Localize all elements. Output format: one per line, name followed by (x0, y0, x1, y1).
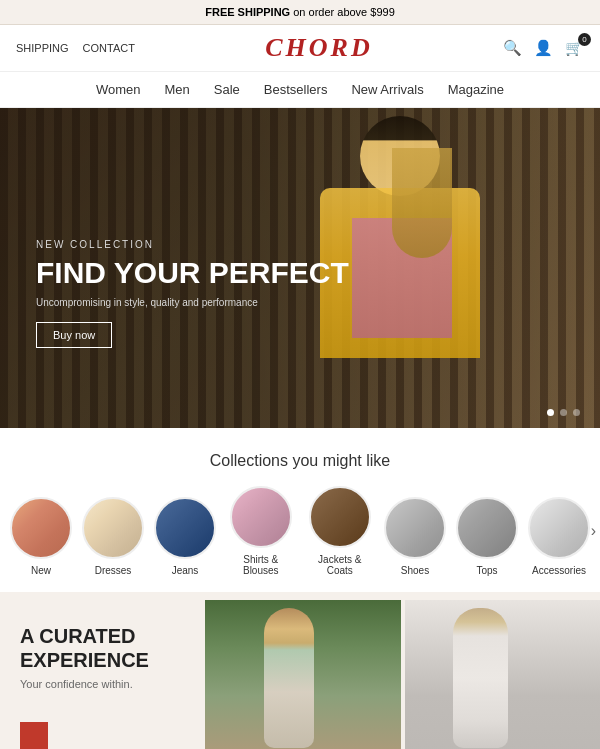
curated-bar: 20% (20, 722, 48, 749)
hero-content: NEW COLLECTION FIND YOUR PERFECT Uncompr… (36, 239, 349, 348)
curated-left: A CURATED EXPERIENCE Your confidence wit… (0, 600, 205, 749)
collection-circle-accessories (528, 497, 590, 559)
hero-cta-button[interactable]: Buy now (36, 322, 112, 348)
main-nav: Women Men Sale Bestsellers New Arrivals … (0, 72, 600, 108)
logo[interactable]: CHORD (265, 33, 372, 63)
collection-label-accessories: Accessories (532, 565, 586, 576)
nav-bestsellers[interactable]: Bestsellers (264, 82, 328, 97)
search-icon[interactable]: 🔍 (503, 39, 522, 57)
curated-description: Your confidence within. (20, 678, 185, 690)
collection-new[interactable]: New (10, 497, 72, 576)
cart-icon[interactable]: 🛒 0 (565, 39, 584, 57)
cart-badge: 0 (578, 33, 591, 46)
collection-jeans[interactable]: Jeans (154, 497, 216, 576)
nav-women[interactable]: Women (96, 82, 141, 97)
curated-bar-chart: 20% (20, 706, 80, 749)
curated-images (205, 600, 600, 749)
collection-dresses[interactable]: Dresses (82, 497, 144, 576)
banner-text: FREE SHIPPING on order above $999 (205, 6, 395, 18)
curated-image-white (405, 600, 601, 749)
collection-label-dresses: Dresses (95, 565, 132, 576)
curated-title: A CURATED EXPERIENCE (20, 624, 185, 672)
hero-subtitle: NEW COLLECTION (36, 239, 349, 250)
collection-label-shoes: Shoes (401, 565, 429, 576)
collections-next-arrow[interactable]: › (591, 522, 596, 540)
hero-banner: NEW COLLECTION FIND YOUR PERFECT Uncompr… (0, 108, 600, 428)
collection-jackets[interactable]: Jackets & Coats (306, 486, 374, 576)
collection-label-new: New (31, 565, 51, 576)
shipping-link[interactable]: SHIPPING (16, 42, 69, 54)
collection-circle-new (10, 497, 72, 559)
collection-accessories[interactable]: Accessories (528, 497, 590, 576)
collection-label-jeans: Jeans (172, 565, 199, 576)
collection-label-tops: Tops (476, 565, 497, 576)
nav-sale[interactable]: Sale (214, 82, 240, 97)
collection-label-shirts: Shirts & Blouses (226, 554, 296, 576)
collection-shirts[interactable]: Shirts & Blouses (226, 486, 296, 576)
hero-dot-2[interactable] (560, 409, 567, 416)
collection-circle-shirts (230, 486, 292, 548)
hero-dot-3[interactable] (573, 409, 580, 416)
hero-title: FIND YOUR PERFECT (36, 256, 349, 289)
hero-description: Uncompromising in style, quality and per… (36, 297, 349, 308)
hero-dot-1[interactable] (547, 409, 554, 416)
collections-section: Collections you might like New Dresses J… (0, 428, 600, 592)
collection-circle-shoes (384, 497, 446, 559)
hero-dots (547, 409, 580, 416)
nav-magazine[interactable]: Magazine (448, 82, 504, 97)
collection-tops[interactable]: Tops (456, 497, 518, 576)
header-icons: 🔍 👤 🛒 0 (503, 39, 584, 57)
collection-circle-jackets (309, 486, 371, 548)
collection-label-jackets: Jackets & Coats (306, 554, 374, 576)
header-nav-left: SHIPPING CONTACT (16, 42, 135, 54)
curated-section: A CURATED EXPERIENCE Your confidence wit… (0, 600, 600, 749)
collections-row: New Dresses Jeans Shirts & Blouses Jacke… (0, 486, 600, 576)
collection-circle-jeans (154, 497, 216, 559)
collection-shoes[interactable]: Shoes (384, 497, 446, 576)
nav-men[interactable]: Men (165, 82, 190, 97)
nav-new-arrivals[interactable]: New Arrivals (351, 82, 423, 97)
top-banner: FREE SHIPPING on order above $999 (0, 0, 600, 25)
curated-image-forest (205, 600, 401, 749)
contact-link[interactable]: CONTACT (83, 42, 135, 54)
collection-circle-tops (456, 497, 518, 559)
header: SHIPPING CONTACT CHORD 🔍 👤 🛒 0 (0, 25, 600, 72)
user-icon[interactable]: 👤 (534, 39, 553, 57)
collection-circle-dresses (82, 497, 144, 559)
collections-title: Collections you might like (0, 452, 600, 470)
